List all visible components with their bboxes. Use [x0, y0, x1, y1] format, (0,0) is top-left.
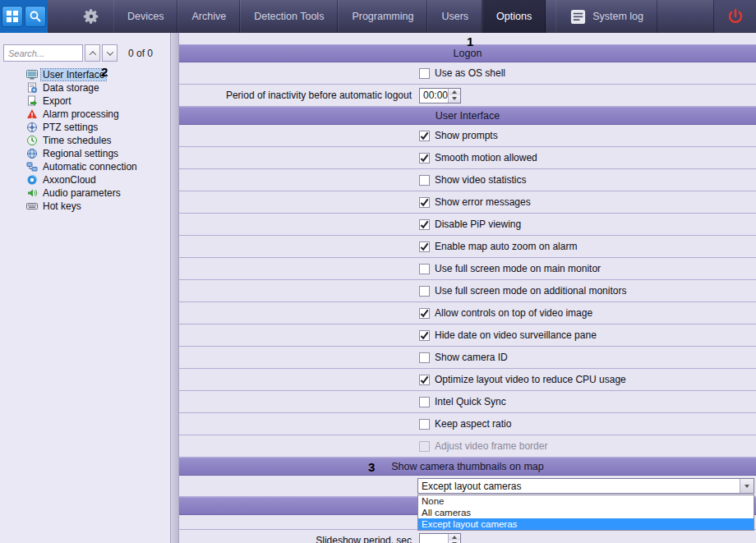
sidebar-item-alarm-processing[interactable]: Alarm processing	[0, 108, 170, 121]
checkbox-show-camera-id[interactable]	[419, 352, 430, 363]
system-log-button[interactable]: System log	[555, 0, 657, 33]
checkbox-label: Enable map auto zoom on alarm	[435, 241, 577, 252]
dropdown-option-all-cameras[interactable]: All cameras	[418, 507, 754, 518]
sidebar-item-hot-keys[interactable]: Hot keys	[0, 200, 170, 213]
checkbox-label: Show camera ID	[435, 352, 508, 363]
checkbox-adjust-video-frame-border[interactable]	[419, 441, 430, 452]
search-next-button[interactable]	[102, 44, 118, 62]
dropdown-option-none[interactable]: None	[418, 495, 754, 507]
sidebar-item-data-storage[interactable]: Data storage	[0, 81, 170, 94]
checkbox-show-error-messages[interactable]	[419, 197, 430, 208]
sidebar-item-ptz-settings[interactable]: PTZ settings	[0, 121, 170, 134]
sidebar-item-regional-settings[interactable]: Regional settings	[0, 147, 170, 160]
settings-panel: Logon Use as OS shell Period of inactivi…	[179, 33, 756, 543]
settings-row-keep-aspect-ratio: Keep aspect ratio	[179, 413, 756, 435]
sidebar-item-label: Audio parameters	[41, 187, 122, 199]
sidebar-item-label: Regional settings	[41, 148, 120, 159]
spinner-value: 00:00	[420, 89, 448, 103]
system-log-label: System log	[592, 11, 643, 22]
checkbox-label: Show prompts	[435, 130, 498, 141]
ptz-icon	[26, 122, 38, 133]
cloud-icon	[26, 174, 38, 186]
sidebar-search-row: 0 of 0	[3, 44, 167, 62]
layouts-grid-button[interactable]	[2, 6, 23, 27]
camera-thumbnails-select[interactable]: Except layout cameras	[417, 478, 754, 494]
vertical-scrollbar[interactable]	[170, 33, 179, 543]
inactivity-time-spinner[interactable]: 00:00	[419, 88, 461, 104]
checkbox-optimize-layout-video-to-reduce-cpu-usage[interactable]	[419, 375, 430, 385]
main-menu-tabs: DevicesArchiveDetection ToolsProgramming…	[113, 0, 546, 33]
checkbox-label: Disable PiP viewing	[435, 219, 521, 230]
spinner-down-button[interactable]	[449, 95, 460, 103]
gear-icon	[82, 7, 100, 25]
settings-row-slideshow-period: Slideshow period, sec	[179, 530, 756, 543]
row-label: Slideshow period, sec	[179, 535, 417, 543]
export-icon	[26, 95, 38, 107]
settings-row-use-full-screen-mode-on-additional-monitors: Use full screen mode on additional monit…	[179, 280, 756, 302]
checkbox-intel-quick-sync[interactable]	[419, 397, 430, 407]
tab-detection-tools[interactable]: Detection Tools	[240, 0, 338, 33]
checkbox-show-video-statistics[interactable]	[419, 175, 430, 186]
checkbox-label: Use as OS shell	[435, 67, 505, 79]
sidebar-item-label: AxxonCloud	[41, 174, 98, 186]
settings-row-use-full-screen-mode-on-main-monitor: Use full screen mode on main monitor	[179, 258, 756, 280]
sidebar-item-user-interface[interactable]: User Interface	[0, 68, 170, 81]
settings-row-show-error-messages: Show error messages	[179, 191, 756, 214]
checkbox-use-full-screen-mode-on-additional-monitors[interactable]	[419, 286, 430, 297]
keyboard-icon	[26, 200, 38, 212]
tab-devices[interactable]: Devices	[113, 0, 177, 33]
spinner-up-button[interactable]	[449, 534, 460, 541]
checkbox-label: Show video statistics	[435, 174, 526, 186]
sidebar-item-automatic-connection[interactable]: Automatic connection	[0, 160, 170, 173]
sidebar-item-time-schedules[interactable]: Time schedules	[0, 134, 170, 147]
sidebar-item-export[interactable]: Export	[0, 94, 170, 108]
search-icon	[29, 10, 42, 23]
power-icon	[727, 8, 744, 25]
settings-row-intel-quick-sync: Intel Quick Sync	[179, 391, 756, 413]
connection-icon	[26, 161, 38, 173]
tab-options[interactable]: Options	[482, 0, 546, 33]
sidebar-item-audio-parameters[interactable]: Audio parameters	[0, 186, 170, 200]
checkbox-show-prompts[interactable]	[419, 131, 430, 141]
checkbox-smooth-motion-allowed[interactable]	[419, 153, 430, 163]
spinner-up-button[interactable]	[449, 89, 460, 96]
checkbox-hide-date-on-video-surveillance-pane[interactable]	[419, 330, 430, 341]
settings-row-show-video-statistics: Show video statistics	[179, 169, 756, 191]
sidebar-item-label: Export	[41, 95, 73, 107]
tab-programming[interactable]: Programming	[338, 0, 427, 33]
slideshow-period-spinner[interactable]	[419, 533, 461, 543]
settings-button[interactable]	[74, 0, 108, 33]
grid-icon	[6, 10, 19, 23]
select-value: Except layout cameras	[418, 481, 740, 492]
sidebar-search-input[interactable]	[3, 44, 83, 62]
app-window: DevicesArchiveDetection ToolsProgramming…	[0, 0, 756, 543]
checkbox-use-full-screen-mode-on-main-monitor[interactable]	[419, 264, 430, 274]
checkbox-label: Intel Quick Sync	[435, 396, 506, 407]
sidebar-item-label: PTZ settings	[41, 122, 99, 133]
settings-row-inactivity-logout: Period of inactivity before automatic lo…	[179, 85, 756, 107]
checkbox-enable-map-auto-zoom-on-alarm[interactable]	[419, 242, 430, 252]
dropdown-option-except-layout-cameras[interactable]: Except layout cameras	[418, 518, 754, 530]
sidebar-item-label: Alarm processing	[41, 108, 121, 120]
alarm-icon	[26, 108, 38, 120]
settings-row-disable-pip-viewing: Disable PiP viewing	[179, 214, 756, 236]
checkbox-label: Smooth motion allowed	[435, 152, 537, 163]
section-header-thumbnails: Show camera thumbnails on map	[179, 458, 756, 476]
checkbox-allow-controls-on-top-of-video-image[interactable]	[419, 308, 430, 319]
checkbox-use-as-os-shell[interactable]	[419, 68, 430, 79]
tab-users[interactable]: Users	[427, 0, 482, 33]
select-dropdown-arrow[interactable]	[740, 479, 754, 493]
search-button[interactable]	[25, 6, 46, 27]
spinner-buttons	[448, 89, 460, 103]
tab-archive[interactable]: Archive	[177, 0, 240, 33]
triangle-down-icon	[744, 485, 749, 488]
checkbox-keep-aspect-ratio[interactable]	[419, 419, 430, 430]
power-button[interactable]	[713, 0, 756, 33]
audio-icon	[26, 187, 38, 199]
sidebar-item-axxoncloud[interactable]: AxxonCloud	[0, 173, 170, 186]
triangle-up-icon	[452, 536, 457, 539]
search-result-count: 0 of 0	[128, 48, 153, 59]
search-prev-button[interactable]	[85, 44, 100, 62]
checkbox-rows-container: Show promptsSmooth motion allowedShow vi…	[179, 125, 756, 458]
checkbox-disable-pip-viewing[interactable]	[419, 219, 430, 230]
